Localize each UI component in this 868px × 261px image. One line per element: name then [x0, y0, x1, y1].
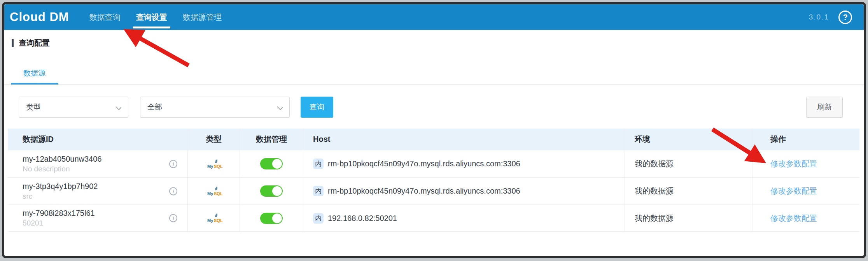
- mysql-icon: My SQL: [205, 158, 223, 170]
- chevron-down-icon: [116, 104, 121, 110]
- version-label: 3.0.1: [809, 13, 829, 21]
- datasource-id: my-3tp3q4y1bp7h902: [23, 182, 98, 191]
- cell-type: My SQL: [188, 150, 240, 177]
- info-icon[interactable]: i: [169, 160, 177, 168]
- modify-params-link[interactable]: 修改参数配置: [770, 159, 817, 169]
- datasource-table: 数据源ID 类型 数据管理 Host 环境 操作 my-12ab4050unw3…: [8, 129, 859, 232]
- main-nav: 数据查询 查询设置 数据源管理: [82, 4, 229, 30]
- data-management-toggle[interactable]: [260, 213, 283, 224]
- table-row: my-7908i283x175l61 50201 i My SQL: [8, 205, 859, 232]
- nav-item-data-query[interactable]: 数据查询: [82, 4, 128, 30]
- cell-data-management: [240, 177, 303, 205]
- svg-text:SQL: SQL: [214, 218, 223, 223]
- tab-datasource[interactable]: 数据源: [23, 68, 46, 78]
- host-address: rm-bp10pkoqcf45n09y47o.mysql.rds.aliyunc…: [328, 187, 520, 196]
- scope-select-value: 全部: [147, 102, 162, 112]
- cell-host: 内 rm-bp10pkoqcf45n09y47o.mysql.rds.aliyu…: [303, 177, 625, 205]
- data-management-toggle[interactable]: [260, 158, 283, 169]
- nav-label: 数据查询: [89, 12, 121, 23]
- type-select-value: 类型: [26, 102, 41, 112]
- modify-params-link[interactable]: 修改参数配置: [770, 186, 817, 196]
- app-window: Cloud DM 数据查询 查询设置 数据源管理 3.0.1 ? 查询配置 数据…: [2, 2, 866, 258]
- help-icon[interactable]: ?: [838, 11, 852, 24]
- cell-env: 我的数据源: [625, 205, 752, 232]
- info-icon[interactable]: i: [169, 187, 177, 195]
- column-header-action: 操作: [752, 129, 859, 150]
- cell-env: 我的数据源: [625, 150, 752, 177]
- cell-host: 内 192.168.0.82:50201: [303, 205, 625, 232]
- topbar-right: 3.0.1 ?: [809, 11, 864, 24]
- cell-host: 内 rm-bp10pkoqcf45n09y47o.mysql.rds.aliyu…: [303, 150, 625, 177]
- mysql-icon: My SQL: [205, 212, 223, 224]
- mysql-icon: My SQL: [205, 185, 223, 197]
- column-header-env: 环境: [625, 129, 752, 150]
- nav-item-query-settings[interactable]: 查询设置: [128, 4, 175, 30]
- top-navigation-bar: Cloud DM 数据查询 查询设置 数据源管理 3.0.1 ?: [4, 4, 864, 30]
- filter-toolbar: 类型 全部 查询 刷新: [4, 97, 864, 118]
- toggle-knob: [272, 213, 282, 223]
- app-logo: Cloud DM: [10, 10, 69, 24]
- table-row: my-12ab4050unw3406 No description i My S…: [8, 150, 859, 177]
- column-header-data-management: 数据管理: [240, 129, 303, 150]
- svg-text:My: My: [207, 218, 214, 223]
- cell-type: My SQL: [188, 205, 240, 232]
- nav-item-datasource-management[interactable]: 数据源管理: [175, 4, 229, 30]
- tab-active-underline: [11, 83, 58, 85]
- column-header-host: Host: [303, 129, 625, 150]
- info-icon[interactable]: i: [169, 214, 177, 222]
- host-address: 192.168.0.82:50201: [328, 214, 397, 223]
- tab-bar: 数据源: [4, 63, 864, 85]
- svg-text:SQL: SQL: [214, 164, 223, 169]
- type-select[interactable]: 类型: [19, 97, 128, 118]
- host-address: rm-bp10pkoqcf45n09y47o.mysql.rds.aliyunc…: [328, 159, 520, 168]
- cell-data-management: [240, 150, 303, 177]
- host-internal-badge: 内: [313, 213, 324, 224]
- table-row: my-3tp3q4y1bp7h902 src i My SQL: [8, 177, 859, 205]
- datasource-description: 50201: [23, 219, 95, 227]
- cell-type: My SQL: [188, 177, 240, 205]
- column-header-type: 类型: [188, 129, 240, 150]
- cell-action: 修改参数配置: [752, 205, 859, 232]
- cell-action: 修改参数配置: [752, 177, 859, 205]
- refresh-button[interactable]: 刷新: [806, 97, 843, 118]
- datasource-id: my-12ab4050unw3406: [23, 155, 102, 164]
- cell-env: 我的数据源: [625, 177, 752, 205]
- nav-label: 查询设置: [136, 12, 167, 23]
- column-header-datasource-id: 数据源ID: [8, 129, 188, 150]
- table-header-row: 数据源ID 类型 数据管理 Host 环境 操作: [8, 129, 859, 150]
- data-management-toggle[interactable]: [260, 185, 283, 197]
- page-header: 查询配置: [12, 38, 50, 48]
- active-tab-indicator: [133, 26, 170, 28]
- cell-data-management: [240, 205, 303, 232]
- host-internal-badge: 内: [313, 159, 324, 169]
- nav-label: 数据源管理: [183, 12, 222, 23]
- cell-action: 修改参数配置: [752, 150, 859, 177]
- datasource-description: No description: [23, 165, 102, 173]
- svg-text:My: My: [207, 191, 214, 196]
- datasource-description: src: [23, 192, 98, 201]
- chevron-down-icon: [277, 104, 283, 110]
- datasource-id: my-7908i283x175l61: [23, 209, 95, 218]
- cell-datasource-id: my-3tp3q4y1bp7h902 src i: [8, 177, 188, 205]
- page-title: 查询配置: [19, 38, 50, 48]
- toggle-knob: [272, 186, 282, 196]
- svg-text:My: My: [207, 164, 214, 169]
- cell-datasource-id: my-7908i283x175l61 50201 i: [8, 205, 188, 232]
- annotation-arrow-nav: [128, 32, 189, 65]
- svg-text:SQL: SQL: [214, 191, 223, 196]
- host-internal-badge: 内: [313, 186, 324, 196]
- query-button[interactable]: 查询: [301, 97, 333, 118]
- scope-select[interactable]: 全部: [140, 97, 290, 118]
- title-accent-bar: [12, 39, 14, 47]
- cell-datasource-id: my-12ab4050unw3406 No description i: [8, 150, 188, 177]
- toggle-knob: [272, 159, 282, 169]
- modify-params-link[interactable]: 修改参数配置: [770, 213, 817, 224]
